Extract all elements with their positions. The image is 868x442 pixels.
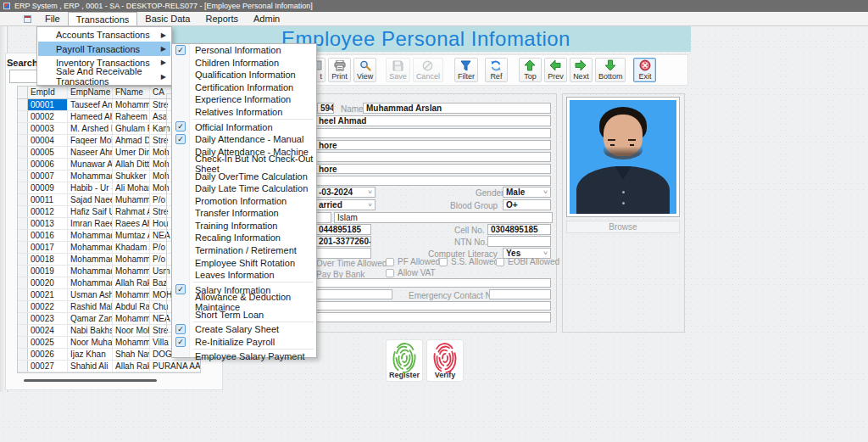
father-name-field[interactable]: heel Ahmad: [315, 115, 551, 126]
grid-cell[interactable]: Mohammad ...: [68, 266, 113, 277]
address-field-2[interactable]: [315, 152, 551, 162]
grid-cell[interactable]: Qamar Zaman: [68, 313, 113, 324]
row-header[interactable]: [18, 266, 28, 277]
grid-cell[interactable]: Mohammad ...: [113, 266, 150, 277]
grid-cell[interactable]: 00025: [28, 337, 68, 348]
religion-code-field[interactable]: [315, 212, 331, 223]
grid-cell[interactable]: 00020: [28, 277, 68, 288]
menubar-item-reports[interactable]: Reports: [198, 12, 247, 25]
grid-cell[interactable]: Imran Raees: [68, 218, 113, 229]
menu-item-employee-shift-rotation[interactable]: Employee Shift Rotation: [172, 256, 316, 269]
blood-group-field[interactable]: O+: [503, 199, 551, 210]
cnic-field[interactable]: 201-3377260-7: [315, 236, 371, 247]
menu-item-daily-overtime-calculation[interactable]: Daily OverTime Calculation: [172, 170, 316, 182]
row-header[interactable]: [18, 206, 28, 217]
row-header[interactable]: [18, 147, 28, 158]
row-header[interactable]: [18, 99, 28, 110]
grid-cell[interactable]: Munawar Ah...: [68, 159, 113, 170]
grid-cell[interactable]: 00002: [28, 111, 68, 122]
grid-cell[interactable]: Allah Rakha: [113, 361, 150, 372]
allow-vat-checkbox[interactable]: Allow VAT: [386, 268, 436, 277]
row-header[interactable]: [18, 159, 28, 170]
grid-cell[interactable]: Allah Rakhah: [113, 277, 150, 288]
menu-item-recaling-information[interactable]: Recaling Information: [172, 232, 316, 244]
menu-item-leaves-information[interactable]: Leaves Information: [172, 269, 316, 282]
grid-cell[interactable]: 00001: [28, 99, 68, 110]
grid-cell[interactable]: 00012: [28, 206, 68, 217]
grid-cell[interactable]: Noor Moham...: [113, 325, 150, 336]
menubar-item-file[interactable]: File: [37, 12, 68, 25]
cell-no-field[interactable]: 0304895185: [487, 224, 551, 235]
grid-cell[interactable]: Mohammad ...: [113, 313, 150, 324]
grid-cell[interactable]: Muhammad ...: [113, 194, 150, 205]
fingerprint-register-button[interactable]: Register: [386, 339, 423, 382]
row-header[interactable]: [18, 349, 28, 360]
menu-item-allowance-deduction-maintaince[interactable]: Allowance & Deduction Maintaince: [172, 296, 316, 309]
grid-cell[interactable]: 00018: [28, 254, 68, 265]
city-field-2[interactable]: hore: [315, 164, 551, 174]
grid-cell[interactable]: Mumtaz Ahm...: [113, 230, 150, 241]
row-header[interactable]: [18, 135, 28, 146]
grid-cell[interactable]: Allah Ditta: [113, 159, 150, 170]
grid-cell[interactable]: Mohammad ...: [113, 337, 150, 348]
top-button[interactable]: Top: [519, 58, 542, 82]
menu-item-daily-attendance-manual[interactable]: ✓Daily Attendance - Manual: [172, 133, 316, 146]
ss-allowed-checkbox[interactable]: S.S. Allowed: [439, 257, 498, 266]
menu-item-personal-information[interactable]: ✓Personal Information: [172, 44, 316, 57]
grid-cell[interactable]: 00007: [28, 171, 68, 182]
grid-cell[interactable]: 00013: [28, 218, 68, 229]
grid-cell[interactable]: 00017: [28, 242, 68, 253]
grid-column-header-empid[interactable]: EmpId: [28, 87, 68, 98]
grid-cell[interactable]: Shahid Ali: [68, 361, 113, 372]
grid-cell[interactable]: Usman Ashra...: [68, 289, 113, 300]
grid-cell[interactable]: Khadam Ali: [113, 242, 150, 253]
grid-cell[interactable]: 00022: [28, 301, 68, 312]
grid-cell[interactable]: Shukker Din: [113, 171, 150, 182]
menu-item-certification-information[interactable]: Certification Information: [172, 81, 316, 94]
menubar-item-admin[interactable]: Admin: [246, 12, 287, 25]
grid-cell[interactable]: Mohammad ...: [68, 171, 113, 182]
grid-cell[interactable]: Abdul Rashid: [113, 301, 150, 312]
grid-cell[interactable]: 00005: [28, 147, 68, 158]
eobi-allowed-checkbox[interactable]: EOBI Allowed: [496, 257, 559, 266]
menu-item-employee-salary-payment[interactable]: Employee Salary Payment: [172, 350, 316, 363]
grid-cell[interactable]: Hafiz Saif Ull...: [68, 206, 113, 217]
religion-field[interactable]: Islam: [334, 212, 553, 223]
grid-cell[interactable]: Raheem Bha...: [113, 111, 150, 122]
grid-cell[interactable]: Ijaz Khan: [68, 349, 113, 360]
gender-combo[interactable]: Male˅: [503, 187, 551, 198]
menu-item-training-information[interactable]: Training Information: [172, 220, 316, 232]
menu-item-payroll-transactions[interactable]: Payroll Transactions▶: [38, 42, 170, 55]
grid-cell[interactable]: 00021: [28, 289, 68, 300]
menu-item-children-information[interactable]: Children Information: [172, 57, 316, 70]
row-header[interactable]: [18, 313, 28, 324]
grid-cell[interactable]: 00011: [28, 194, 68, 205]
menu-item-check-in-but-not-check-out-sheet[interactable]: Check-In But Not Check-Out Sheet: [172, 158, 316, 171]
row-header[interactable]: [18, 194, 28, 205]
emergency-contact-field[interactable]: [489, 289, 551, 299]
grid-cell[interactable]: Tauseef Anwar: [68, 99, 113, 110]
grid-cell[interactable]: 00009: [28, 182, 68, 193]
menu-item-re-initialize-payroll[interactable]: ✓Re-Initialize Payroll: [172, 336, 316, 349]
menu-item-short-term-loan[interactable]: Short Term Loan: [172, 308, 316, 321]
grid-cell[interactable]: 00023: [28, 313, 68, 324]
row-header[interactable]: [18, 111, 28, 122]
grid-column-header-empname[interactable]: EmpName: [68, 87, 113, 98]
row-header[interactable]: [18, 361, 28, 372]
ref-button[interactable]: Ref: [485, 58, 508, 82]
grid-cell[interactable]: Mohammad ...: [68, 277, 113, 288]
menu-item-transfer-information[interactable]: Transfer Information: [172, 207, 316, 220]
exit-button[interactable]: Exit: [633, 58, 656, 82]
code-field[interactable]: [315, 248, 371, 259]
grid-cell[interactable]: Raees Ahmad: [113, 218, 150, 229]
grid-cell[interactable]: Ahmad Din: [113, 135, 150, 146]
grid-cell[interactable]: Faqeer Moha...: [68, 135, 113, 146]
row-header[interactable]: [18, 123, 28, 134]
grid-cell[interactable]: Shah Nawaz...: [113, 349, 150, 360]
grid-cell[interactable]: Habib - Ur - ...: [68, 182, 113, 193]
mdi-child-icon[interactable]: [24, 15, 31, 23]
grid-cell[interactable]: Mohammad ...: [68, 242, 113, 253]
menu-item-official-information[interactable]: ✓Official Information: [172, 120, 316, 133]
row-header[interactable]: [18, 254, 28, 265]
window-titlebar[interactable]: ERP System , ERP , 0001 - SA - DESKTOP-R…: [0, 0, 868, 12]
